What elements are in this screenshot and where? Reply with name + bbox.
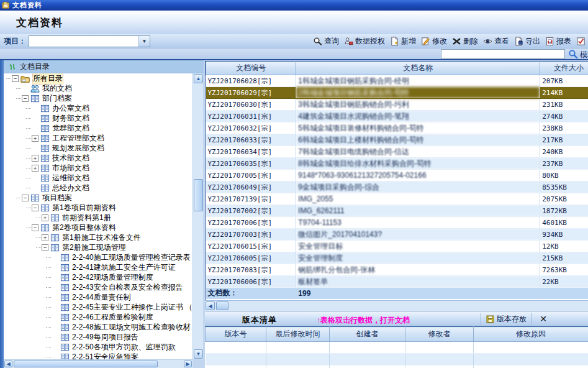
- table-row[interactable]: YZJ201707006[宗]T9704-111534601KB杨映洋2017-…: [206, 217, 588, 229]
- expand-plus-icon[interactable]: +: [32, 135, 38, 142]
- tree-node[interactable]: −部门档案: [4, 93, 192, 103]
- tree-node-label[interactable]: 2-2-46工程质量检验制度: [72, 312, 153, 323]
- version-column-header[interactable]: 最后修改时间: [266, 327, 330, 342]
- refresh-icon[interactable]: [9, 63, 16, 71]
- tree-node[interactable]: 2-2-48施工现场文明施工检查验收材: [4, 322, 192, 332]
- expand-plus-icon[interactable]: +: [32, 155, 38, 162]
- tree-node-label[interactable]: 规划发展部文档: [52, 143, 104, 154]
- tree-node[interactable]: 运维部文档: [4, 173, 192, 183]
- tree-node[interactable]: 财务部文档: [4, 113, 192, 123]
- tree-node[interactable]: 2-2-45主要专业工种操作上岗证书 （: [4, 302, 192, 312]
- quick-search-input[interactable]: [441, 49, 565, 59]
- version-column-header[interactable]: 创建者: [330, 327, 405, 342]
- tree-node-label[interactable]: 市场部文档: [52, 163, 89, 173]
- tree-node[interactable]: +市场部文档: [4, 163, 192, 173]
- tree-node-label[interactable]: 技术部文档: [52, 153, 89, 163]
- scroll-down-icon[interactable]: ▼: [194, 349, 203, 359]
- expand-plus-icon[interactable]: +: [42, 214, 48, 221]
- expand-plus-icon[interactable]: +: [42, 234, 48, 241]
- close-icon[interactable]: ✕: [537, 313, 550, 324]
- scroll-up-icon[interactable]: ▲: [194, 74, 203, 83]
- tree-node-label[interactable]: 前期资料第1册: [62, 213, 111, 223]
- table-row[interactable]: YZJ201707002[宗]IMG_62621111872KB王熙2017-0…: [206, 205, 588, 217]
- tree-node[interactable]: 2-2-44质量责任制: [4, 292, 192, 302]
- tree-node[interactable]: 2-2-42现场质量管理制度: [4, 272, 192, 282]
- collapse-minus-icon[interactable]: −: [32, 224, 38, 231]
- tree-node[interactable]: 2-2-41建筑施工安全生产许可证: [4, 262, 192, 272]
- table-row[interactable]: YZJ201707139[宗]IMG_20552075KB姚婷2017-07-1…: [206, 193, 588, 205]
- version-column-header[interactable]: 修改原因: [474, 327, 588, 342]
- tree-node[interactable]: 2-2-51安全应急预案: [4, 352, 192, 359]
- table-row[interactable]: YZJ201706032[宗]5韩城金城项目装修材料购销合同-苟特238KB王鲜…: [206, 122, 588, 134]
- tree-node-label[interactable]: 第2卷项目整体资料: [52, 223, 116, 233]
- search-icon[interactable]: [568, 49, 578, 59]
- tree-node[interactable]: 规划发展部文档: [4, 143, 192, 153]
- tree-node[interactable]: 总经办文档: [4, 183, 192, 193]
- collapse-minus-icon[interactable]: −: [22, 95, 29, 102]
- tree-node[interactable]: +前期资料第1册: [4, 213, 192, 223]
- tree-node-label[interactable]: 第1册施工技术准备文件: [62, 232, 141, 243]
- scroll-left-icon[interactable]: ◀: [206, 301, 215, 310]
- toolbar-button-8[interactable]: 报表: [544, 35, 572, 47]
- tree-node-label[interactable]: 党群部文档: [52, 123, 89, 134]
- tree-node[interactable]: +第1册施工技术准备文件: [4, 232, 192, 242]
- tree-node-label[interactable]: 第2册施工现场管理: [62, 242, 126, 253]
- tree-node[interactable]: −第1卷项目前期资料: [4, 203, 192, 213]
- collapse-minus-icon[interactable]: −: [32, 205, 38, 211]
- table-row[interactable]: YZJ201706005[宗]安全管理制度215KB孟和峻2017-06-192…: [206, 252, 588, 264]
- tree-node[interactable]: 办公室文档: [4, 103, 192, 113]
- tree-node-label[interactable]: 我的文档: [42, 83, 72, 94]
- tree-node-label[interactable]: 部门档案: [42, 93, 72, 104]
- table-row[interactable]: YZJ201707003[宗]微信图片_20170410143?934KB李珊2…: [206, 229, 588, 241]
- toolbar-button-7[interactable]: 导出: [513, 35, 541, 47]
- column-header[interactable]: 文档名称: [296, 62, 540, 75]
- scroll-right-icon[interactable]: ▶: [184, 361, 192, 367]
- tree-node[interactable]: 我的文档: [4, 83, 192, 93]
- table-row[interactable]: YZJ201706029[宗]2韩城金城项目钢筋采购合同-苟特214KB王鲜荣2…: [206, 87, 588, 99]
- toolbar-button-3[interactable]: 新增: [389, 35, 417, 47]
- table-row[interactable]: YZJ201707005[宗]9148*7063-930612132720575…: [206, 170, 588, 182]
- column-header[interactable]: 文档编号: [206, 62, 296, 75]
- tree-node-label[interactable]: 运维部文档: [52, 173, 89, 183]
- table-row[interactable]: YZJ201706035[宗]8韩城金城项目给排水材料采购合同-苟特237KB王…: [206, 158, 588, 170]
- tree-node-label[interactable]: 项目档案: [42, 193, 72, 203]
- tree-node-label[interactable]: 2-2-43安全自检表及安全检查报告: [72, 282, 183, 293]
- table-row[interactable]: YZJ201706030[宗]3韩城金城项目钢筋购销合同-圬利231KB王鲜荣2…: [206, 99, 588, 111]
- tree-node-label[interactable]: 工程管理部文档: [52, 133, 104, 144]
- tree-node-label[interactable]: 2-2-49每周项目报告: [72, 332, 138, 343]
- tree-node-label[interactable]: 2-2-40施工现场质量管理检查记录表: [72, 252, 191, 263]
- version-column-header[interactable]: 版本号: [206, 327, 266, 342]
- tree-node[interactable]: −第2册施工现场管理: [4, 242, 192, 252]
- combo-dropdown-button[interactable]: ▼: [138, 36, 150, 47]
- table-horizontal-scrollbar[interactable]: ◀: [205, 300, 588, 311]
- tree-node-label[interactable]: 2-2-45主要专业工种操作上岗证书 （: [72, 302, 192, 313]
- tree-node-label[interactable]: 2-2-51安全应急预案: [72, 352, 138, 360]
- table-row[interactable]: YZJ201706006[宗]板材签单22KB覃佳2017-06-2020: [206, 276, 588, 288]
- tree-node-label[interactable]: 2-2-48施工现场文明施工检查验收材: [72, 322, 191, 333]
- toolbar-button-4[interactable]: 修改: [420, 35, 448, 47]
- scroll-left-icon[interactable]: ◀: [4, 361, 12, 367]
- table-row[interactable]: YZJ201706034[宗]7韩城金城项目电缆购销合同-信达240KB王鲜荣2…: [206, 146, 588, 158]
- expand-plus-icon[interactable]: +: [32, 165, 38, 172]
- tree-node[interactable]: 党群部文档: [4, 123, 192, 133]
- collapse-minus-icon[interactable]: −: [42, 244, 48, 251]
- table-row[interactable]: YZJ201706033[宗]6韩城金城项目上楼材料购销合同-苟特217KB王鲜…: [206, 134, 588, 146]
- toolbar-button-1[interactable]: 查询: [312, 35, 340, 47]
- project-combo-input[interactable]: [29, 36, 138, 47]
- collapse-minus-icon[interactable]: −: [22, 195, 29, 201]
- tree-node[interactable]: 2-2-49每周项目报告: [4, 332, 192, 342]
- tree-node-label[interactable]: 办公室文档: [52, 103, 89, 114]
- collapse-minus-icon[interactable]: −: [12, 75, 19, 82]
- tree-node[interactable]: −所有目录: [4, 73, 192, 83]
- toolbar-button-6[interactable]: 查看: [482, 35, 510, 47]
- tree-node[interactable]: 2-2-50各项甲方罚款、监理罚款: [4, 342, 192, 352]
- project-combobox[interactable]: ▼: [29, 35, 150, 47]
- version-store-button[interactable]: 版本存放: [481, 313, 532, 325]
- toolbar-button-2[interactable]: 数据授权: [343, 35, 386, 47]
- tree-hscroll-thumb[interactable]: [14, 361, 158, 367]
- table-row[interactable]: YZJ201706031[宗]4建筑金城项目水泥购销合同-笔翔274KB王鲜荣2…: [206, 111, 588, 122]
- tree-vertical-scrollbar[interactable]: ▲ ▼: [192, 73, 203, 359]
- table-row[interactable]: YZJ201706049[宗]9金城项目采购合同-综合8535KB王鲜荣2017…: [206, 182, 588, 193]
- tree-node-label[interactable]: 2-2-44质量责任制: [72, 292, 131, 303]
- tree-node-label[interactable]: 2-2-41建筑施工安全生产许可证: [72, 262, 176, 273]
